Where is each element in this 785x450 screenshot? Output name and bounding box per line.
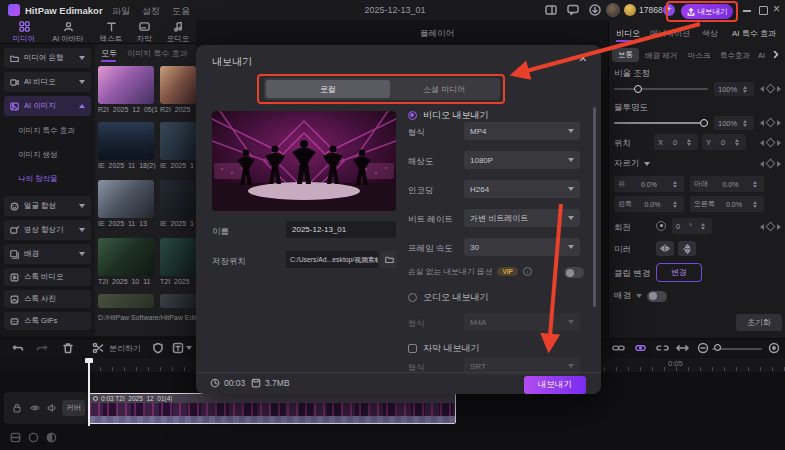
playhead[interactable]: [88, 358, 90, 426]
media-tab-all[interactable]: 모두: [101, 48, 117, 59]
position-y-field[interactable]: Y0: [702, 134, 746, 150]
sidebar-item-background[interactable]: 배경: [4, 244, 91, 264]
keyframe-controls[interactable]: [760, 85, 781, 92]
menu-file[interactable]: 파일: [112, 5, 130, 18]
shield-icon[interactable]: [152, 342, 164, 356]
position-x-field[interactable]: X0: [654, 134, 698, 150]
sidebar-item-face-swap[interactable]: 얼굴 합성: [4, 196, 91, 216]
stepper[interactable]: [673, 181, 680, 188]
flip-vertical-button[interactable]: [678, 241, 696, 256]
split-button[interactable]: 분리하기: [92, 342, 141, 354]
subtab-effects[interactable]: 특수효과: [720, 51, 750, 61]
sidebar-item-media-bank[interactable]: 미디어 은행: [4, 48, 91, 68]
user-avatar[interactable]: [606, 3, 620, 17]
stepper[interactable]: [743, 86, 750, 93]
sidebar-item-stock-photo[interactable]: 스톡 사진: [4, 290, 91, 308]
stepper[interactable]: [753, 181, 760, 188]
crop-bottom-field[interactable]: 아래0.0%: [690, 176, 764, 192]
sidebar-item-image-generate[interactable]: 이미지 생성: [18, 150, 92, 160]
keyframe-tool-icon[interactable]: [634, 342, 647, 356]
export-button-dialog[interactable]: 내보내기: [524, 376, 586, 394]
timeline-zoom-knob[interactable]: [714, 344, 721, 351]
media-thumbnail[interactable]: [98, 180, 154, 218]
crop-top-field[interactable]: 위0.0%: [614, 176, 684, 192]
encoding-select[interactable]: H264: [464, 180, 580, 198]
media-thumbnail[interactable]: [98, 238, 154, 276]
subtab-bg-remove[interactable]: 배경 제거: [645, 51, 677, 61]
toolbar-item-subtitle[interactable]: 자막: [130, 21, 158, 44]
download-icon[interactable]: [589, 4, 601, 18]
opacity-value[interactable]: 100%: [714, 116, 754, 130]
undo-icon[interactable]: [12, 342, 24, 356]
scale-slider[interactable]: [614, 88, 708, 90]
keyframe-controls[interactable]: [760, 119, 781, 126]
unlink-icon[interactable]: [656, 342, 669, 356]
audio-format-select[interactable]: M4A: [464, 313, 580, 331]
chevron-right-icon[interactable]: [772, 50, 780, 61]
audio-export-radio[interactable]: 오디오 내보내기: [408, 291, 489, 304]
sidebar-item-image-effects[interactable]: 이미지 특수 효과: [18, 126, 92, 136]
stepper[interactable]: [743, 120, 750, 127]
track-lock-icon[interactable]: [12, 403, 22, 413]
sidebar-item-my-creations[interactable]: 나의 창작물: [18, 174, 92, 184]
scale-slider-knob[interactable]: [634, 85, 642, 93]
stepper[interactable]: [735, 139, 742, 146]
playhead-handle[interactable]: [85, 358, 93, 363]
clip-change-button[interactable]: 변경: [656, 263, 702, 282]
fit-timeline-icon[interactable]: [768, 342, 780, 356]
media-thumbnail[interactable]: [98, 122, 154, 160]
toolbar-item-media[interactable]: 미디어: [6, 21, 42, 44]
tab-video[interactable]: 비디오: [616, 28, 640, 39]
minimize-button[interactable]: [743, 10, 751, 12]
crop-header[interactable]: 자르기: [614, 158, 650, 170]
media-thumbnail[interactable]: [98, 66, 154, 104]
subtitle-export-checkbox[interactable]: 자막 내보내기: [408, 342, 480, 355]
grid-view-icon[interactable]: [10, 432, 21, 445]
stepper[interactable]: [701, 223, 708, 230]
browse-folder-button[interactable]: [381, 251, 397, 268]
save-path-input[interactable]: C:/Users/Ad...esktop/视频素材: [286, 251, 378, 268]
tab-color[interactable]: 색상: [702, 28, 718, 39]
info-icon[interactable]: i: [523, 267, 532, 276]
subtab-ai[interactable]: AI: [758, 51, 765, 60]
flip-horizontal-button[interactable]: [656, 241, 674, 256]
sidebar-item-stock-gifs[interactable]: 스톡 GIFs: [4, 312, 91, 330]
sidebar-item-video-enhancer[interactable]: 영상 향상기: [4, 220, 91, 240]
opacity-slider[interactable]: [614, 122, 708, 124]
stepper[interactable]: [673, 201, 680, 208]
dialog-close-button[interactable]: ×: [579, 50, 587, 66]
record-icon[interactable]: [28, 432, 39, 445]
keyframe-controls[interactable]: [760, 139, 781, 146]
timeline-clip[interactable]: 0:03 T2I_2025_12_01(4): [88, 393, 456, 424]
media-thumbnail[interactable]: [160, 66, 196, 104]
redo-icon[interactable]: [36, 342, 48, 356]
reset-button[interactable]: 초기화: [736, 314, 782, 331]
tab-animation[interactable]: 애니메이션: [650, 28, 690, 39]
name-input[interactable]: 2025-12-13_01: [286, 221, 396, 238]
sidebar-item-ai-video[interactable]: AI 비디오: [4, 72, 91, 92]
cover-button[interactable]: 커버: [62, 400, 85, 416]
opacity-slider-knob[interactable]: [700, 119, 708, 127]
expand-clips-icon[interactable]: [676, 342, 689, 356]
maximize-button[interactable]: [759, 6, 768, 15]
menu-help[interactable]: 도움: [172, 5, 190, 18]
lossless-toggle[interactable]: [564, 267, 584, 278]
dialog-scrollbar[interactable]: [593, 107, 596, 307]
background-toggle[interactable]: [647, 291, 667, 302]
crop-right-field[interactable]: 오른쪽0.0%: [690, 196, 764, 212]
text-tool-button[interactable]: [172, 342, 192, 354]
toolbar-item-ai-avatar[interactable]: AI 아바타: [44, 21, 92, 44]
rotate-dial[interactable]: [656, 221, 666, 231]
sidebar-item-ai-image[interactable]: AI 이미지: [4, 96, 91, 116]
feedback-icon[interactable]: [567, 4, 579, 18]
keyframe-controls[interactable]: [760, 160, 781, 167]
toolbar-item-audio[interactable]: 오디오: [160, 21, 196, 44]
link-icon[interactable]: [612, 342, 625, 356]
track-eye-icon[interactable]: [30, 403, 40, 413]
media-thumbnail[interactable]: [160, 180, 196, 218]
rotate-field[interactable]: 0°: [672, 218, 712, 234]
framerate-select[interactable]: 30: [464, 238, 580, 256]
subtab-normal[interactable]: 보통: [612, 48, 639, 62]
zoom-out-icon[interactable]: [697, 342, 709, 356]
trash-icon[interactable]: [62, 342, 74, 356]
